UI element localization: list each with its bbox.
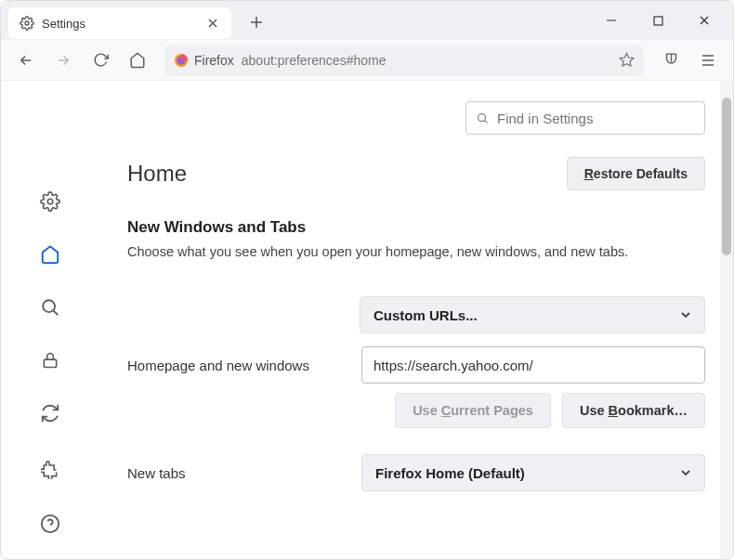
use-bookmark-button[interactable]: Use Bookmark…: [562, 393, 705, 428]
newtabs-dropdown[interactable]: Firefox Home (Default): [361, 454, 705, 491]
close-window-button[interactable]: [683, 6, 726, 35]
urlbar-product-label: Firefox: [194, 53, 234, 68]
tab-title: Settings: [42, 17, 198, 31]
window-titlebar: Settings: [1, 1, 733, 40]
svg-point-9: [478, 113, 486, 121]
homepage-label: Homepage and new windows: [127, 358, 350, 373]
forward-button[interactable]: [47, 45, 79, 76]
sidebar-extensions[interactable]: [33, 453, 67, 487]
sidebar-search[interactable]: [33, 293, 67, 320]
window-controls: [590, 6, 726, 35]
section-heading: New Windows and Tabs: [127, 218, 705, 237]
scrollbar[interactable]: [720, 81, 733, 559]
reload-button[interactable]: [85, 45, 116, 76]
firefox-icon: [174, 53, 189, 68]
restore-defaults-button[interactable]: Restore Defaults: [567, 157, 705, 190]
newtabs-label: New tabs: [127, 465, 350, 481]
minimize-button[interactable]: [590, 6, 633, 35]
settings-main: Home Restore Defaults New Windows and Ta…: [99, 81, 733, 559]
back-button[interactable]: [10, 45, 42, 76]
settings-search-input[interactable]: [497, 111, 695, 126]
svg-marker-4: [620, 53, 633, 65]
page-title: Home: [127, 161, 187, 187]
urlbar-address: about:preferences#home: [242, 53, 387, 68]
content-area: Home Restore Defaults New Windows and Ta…: [1, 81, 733, 559]
settings-search[interactable]: [465, 101, 705, 135]
browser-toolbar: Firefox about:preferences#home: [1, 40, 733, 81]
use-current-pages-button[interactable]: Use Current Pages: [395, 393, 551, 428]
section-description: Choose what you see when you open your h…: [127, 244, 705, 259]
new-tab-button[interactable]: [242, 8, 270, 36]
maximize-button[interactable]: [636, 6, 679, 35]
svg-rect-7: [44, 359, 56, 367]
sidebar-sync[interactable]: [33, 400, 67, 427]
close-tab-icon[interactable]: [205, 16, 220, 31]
bookmark-star-icon[interactable]: [619, 52, 635, 68]
dropdown-value: Firefox Home (Default): [375, 465, 525, 481]
app-menu-button[interactable]: [692, 45, 724, 76]
dropdown-value: Custom URLs...: [374, 307, 478, 323]
chevron-down-icon: [680, 467, 691, 478]
sidebar-privacy[interactable]: [33, 347, 67, 374]
svg-point-5: [47, 199, 53, 204]
pocket-icon[interactable]: [655, 45, 687, 76]
homepage-url-input[interactable]: [361, 346, 705, 384]
svg-point-6: [43, 300, 55, 312]
sidebar-general[interactable]: [33, 188, 67, 215]
site-identity: Firefox: [174, 53, 234, 68]
sidebar-home[interactable]: [33, 241, 67, 267]
scrollbar-thumb[interactable]: [722, 98, 731, 255]
svg-rect-1: [654, 17, 662, 25]
home-button[interactable]: [122, 45, 153, 76]
address-bar[interactable]: Firefox about:preferences#home: [164, 45, 644, 76]
chevron-down-icon: [680, 309, 691, 320]
sidebar-help[interactable]: [33, 507, 67, 540]
homepage-mode-dropdown[interactable]: Custom URLs...: [360, 296, 705, 333]
settings-sidebar: [1, 81, 99, 559]
svg-point-0: [25, 21, 29, 25]
search-icon: [476, 111, 490, 125]
gear-icon: [20, 16, 34, 31]
browser-tab[interactable]: Settings: [8, 7, 231, 39]
